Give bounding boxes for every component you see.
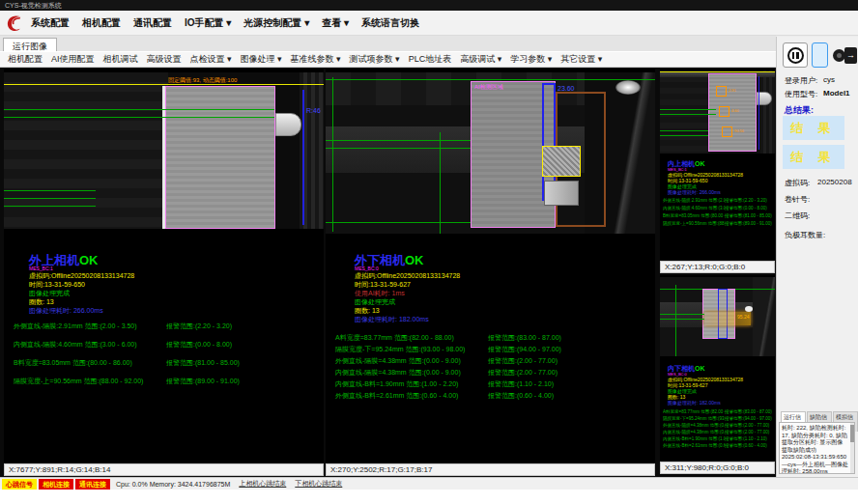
measurement-rows: A料宽度=83.77mm 范围:(82.00 - 88.00)报警范围:(83.… bbox=[663, 409, 773, 450]
measure-value: 外侧直线-隔膜=4.38mm 范围:(0.00 - 9.00) bbox=[335, 356, 488, 368]
result-ok: OK bbox=[79, 253, 99, 267]
measure-value: 内侧直线-隔膜:4.60mm 范围:(3.00 - 6.00) bbox=[663, 206, 725, 213]
pixel-readout: X:267;Y:13;R:0;G:0;B:0 bbox=[665, 263, 745, 271]
measure-value: 外侧直线-B料=2.61mm 范围:(0.60 - 4.00) bbox=[335, 391, 488, 403]
result-ok: OK bbox=[695, 160, 705, 167]
alarm-range: 报警范围:(0.60 - 4.00) bbox=[725, 443, 767, 450]
toolbar-button[interactable]: AI使用配置 bbox=[51, 53, 95, 66]
lower-camera-heartbeat-link[interactable]: 下相机心跳结束 bbox=[295, 479, 342, 489]
toolbar-button[interactable]: 相机配置 bbox=[8, 53, 43, 66]
camera-name: 内下相机 bbox=[668, 365, 695, 372]
measure-value: B料宽度=83.05mm 范围:(80.00 - 86.00) bbox=[663, 213, 725, 221]
width-value-label: 23.60 bbox=[558, 85, 575, 92]
camera-image-2[interactable]: AI检测区域 23.60 bbox=[326, 72, 655, 234]
measure-value: B料宽度=83.05mm 范围:(80.00 - 86.00) bbox=[14, 358, 166, 377]
alarm-range: 报警范围:(89.00 - 91.00) bbox=[166, 377, 240, 395]
login-user-label: 登录用户: bbox=[785, 75, 817, 86]
toolbar-button[interactable]: PLC地址表 bbox=[409, 53, 452, 66]
toolbar-button[interactable]: 基准线参数 ▾ bbox=[291, 53, 341, 66]
menu-bar: 系统配置相机配置通讯配置IO手配置 ▾光源控制配置 ▾查看 ▾系统语言切换 bbox=[0, 11, 858, 36]
toolbar: 相机配置AI使用配置相机调试高级设置点检设置 ▾图像处理 ▾基准线参数 ▾测试项… bbox=[0, 51, 776, 68]
measure-value: 隔膜宽度-下=95.24mm 范围:(93.00 - 98.00) bbox=[663, 416, 725, 423]
camera-image-1[interactable]: 固定阈值:93, 动态阈值:100 R:46 bbox=[4, 72, 324, 229]
camera-view-4[interactable]: 95.24 内下相机OK MES_BC:0 虚拟码:Offline2025020… bbox=[660, 275, 775, 462]
logout-button[interactable]: → bbox=[844, 44, 858, 66]
vcode-value: 20250208 bbox=[817, 178, 852, 186]
log-scrollbar[interactable] bbox=[850, 423, 854, 473]
measurement-rows: A料宽度=83.77mm 范围:(82.00 - 88.00)报警范围:(83.… bbox=[335, 333, 649, 403]
toolbar-button[interactable]: 其它设置 ▾ bbox=[560, 53, 602, 66]
measurement-row: 隔膜宽度-上=90.56mm 范围:(88.00 - 92.00)报警范围:(8… bbox=[663, 221, 773, 229]
result-ok: OK bbox=[695, 365, 705, 372]
menu-item[interactable]: 光源控制配置 ▾ bbox=[243, 16, 309, 30]
toolbar-button[interactable]: 图像处理 ▾ bbox=[241, 53, 282, 66]
edge-line bbox=[4, 198, 96, 199]
toolbar-button[interactable]: 相机调试 bbox=[103, 53, 138, 66]
camera-3-pixel-status: X:267;Y:13;R:0;G:0;B:0 bbox=[660, 261, 775, 273]
pixel-readout: X:270;Y:2502;R:17;G:17;B:17 bbox=[330, 465, 432, 474]
menu-items: 系统配置相机配置通讯配置IO手配置 ▾光源控制配置 ▾查看 ▾系统语言切换 bbox=[31, 16, 419, 30]
camera-view-3[interactable]: 2.91 4.60 90.56 内上相机OK MES_BC:1 虚拟码:Offl… bbox=[660, 69, 775, 261]
edge-line bbox=[326, 148, 475, 149]
pin-number-label: 卷针号: bbox=[785, 194, 810, 205]
defect-rect-yellow bbox=[542, 146, 581, 177]
toolbar-button[interactable]: 测试项参数 ▾ bbox=[350, 53, 400, 66]
frame-line bbox=[675, 285, 676, 356]
log-box[interactable]: 耗时: 222, 缺陷检测耗时: 17, 缺陷分类耗时: 0, 缺陷提取分区耗时… bbox=[779, 422, 855, 474]
camera-image-4[interactable]: 95.24 bbox=[660, 277, 775, 356]
measurement-row: 外侧直线-隔膜=4.38mm 范围:(0.00 - 9.00)报警范围:(2.0… bbox=[335, 356, 649, 368]
threshold-label: 固定阈值:93, 动态阈值:100 bbox=[168, 76, 237, 85]
measurement-row: A料宽度=83.77mm 范围:(82.00 - 88.00)报警范围:(83.… bbox=[335, 333, 649, 345]
measure-label: 90.56 bbox=[734, 128, 744, 133]
camera-2-pixel-status: X:270;Y:2502;R:17;G:17;B:17 bbox=[326, 463, 655, 476]
qr-code-label: 二维码: bbox=[785, 210, 810, 221]
frame-line bbox=[332, 77, 333, 232]
measurement-row: 外侧直线-B料=2.61mm 范围:(0.60 - 4.00)报警范围:(0.6… bbox=[663, 443, 773, 450]
measure-value: 外侧直线-隔膜=4.38mm 范围:(0.00 - 9.00) bbox=[663, 423, 725, 430]
alarm-range: 报警范围:(1.10 - 2.10) bbox=[725, 436, 767, 443]
alarm-range: 报警范围:(2.00 - 77.00) bbox=[488, 368, 558, 379]
window-status-bar: 心跳信号 相机连接 通讯连接 Cpu: 0.0% Memory: 3424.41… bbox=[0, 477, 858, 490]
pause-button[interactable] bbox=[783, 42, 808, 68]
toolbar-button[interactable]: 学习参数 ▾ bbox=[510, 53, 552, 66]
measurement-row: 内侧直线-隔膜=4.38mm 范围:(0.00 - 9.00)报警范围:(2.0… bbox=[335, 368, 649, 379]
measurement-row: 隔膜宽度-下=95.24mm 范围:(93.00 - 98.00)报警范围:(9… bbox=[335, 345, 649, 356]
menu-item[interactable]: 相机配置 bbox=[82, 16, 121, 30]
user-button[interactable] bbox=[812, 42, 828, 68]
measure-value: 内侧直线-隔膜:4.60mm 范围:(3.00 - 6.00) bbox=[14, 340, 166, 358]
edge-line bbox=[440, 132, 441, 234]
width-value-label: 95.24 bbox=[737, 314, 750, 320]
log-scroll-thumb[interactable] bbox=[850, 425, 854, 442]
measure-value: 外侧直线-隔膜:2.91mm 范围:(2.00 - 3.50) bbox=[14, 322, 166, 340]
cell-block bbox=[165, 86, 275, 229]
toolbar-items: 相机配置AI使用配置相机调试高级设置点检设置 ▾图像处理 ▾基准线参数 ▾测试项… bbox=[8, 53, 602, 66]
result-box-2: 结 果 bbox=[783, 145, 844, 169]
camera-image-3[interactable]: 2.91 4.60 90.56 bbox=[660, 70, 775, 154]
upper-camera-heartbeat-link[interactable]: 上相机心跳结束 bbox=[239, 479, 286, 489]
menu-item[interactable]: 查看 ▾ bbox=[322, 16, 349, 30]
model-value: Model1 bbox=[823, 89, 850, 98]
tab-connector bbox=[275, 113, 301, 136]
toolbar-button[interactable]: 高级调试 ▾ bbox=[460, 53, 501, 66]
r-value-label: R:46 bbox=[306, 107, 321, 114]
measurement-row: 内侧直线-隔膜:4.60mm 范围:(3.00 - 6.00)报警范围:(0.0… bbox=[14, 340, 318, 358]
elapsed-line: 图像处理耗时: 266.00ms bbox=[668, 189, 721, 195]
menu-item[interactable]: 通讯配置 bbox=[133, 16, 172, 30]
camera-view-1[interactable]: 固定阈值:93, 动态阈值:100 R:46 外上相机OK MES_BC:1 虚… bbox=[4, 69, 324, 463]
app-window: CYS-视觉检测系统 系统配置相机配置通讯配置IO手配置 ▾光源控制配置 ▾查看… bbox=[0, 0, 858, 504]
measurement-row: 内侧直线-隔膜:4.60mm 范围:(3.00 - 6.00)报警范围:(0.0… bbox=[663, 206, 773, 213]
measurement-row: 内侧直线-B料=1.90mm 范围:(1.00 - 2.20)报警范围:(1.1… bbox=[335, 379, 649, 391]
measure-value: 隔膜宽度-上=90.56mm 范围:(88.00 - 92.00) bbox=[14, 377, 166, 395]
toolbar-button[interactable]: 高级设置 bbox=[147, 53, 182, 66]
menu-item[interactable]: 系统配置 bbox=[31, 16, 70, 30]
measurement-row: 内侧直线-B料=1.90mm 范围:(1.00 - 2.20)报警范围:(1.1… bbox=[663, 436, 773, 443]
measurement-row: 外侧直线-隔膜:2.91mm 范围:(2.00 - 3.50)报警范围:(2.2… bbox=[14, 322, 318, 340]
alarm-range: 报警范围:(2.20 - 3.20) bbox=[166, 322, 232, 340]
elapsed-line: 图像处理耗时: 182.00ms bbox=[355, 315, 429, 324]
measure-line-blue bbox=[302, 90, 304, 225]
menu-item[interactable]: 系统语言切换 bbox=[361, 16, 419, 30]
toolbar-button[interactable]: 点检设置 ▾ bbox=[190, 53, 232, 66]
edge-line bbox=[4, 206, 96, 207]
camera-view-2[interactable]: AI检测区域 23.60 外下相机OK MES_BC:0 虚拟码:Offline… bbox=[326, 69, 655, 463]
menu-item[interactable]: IO手配置 ▾ bbox=[185, 16, 231, 30]
